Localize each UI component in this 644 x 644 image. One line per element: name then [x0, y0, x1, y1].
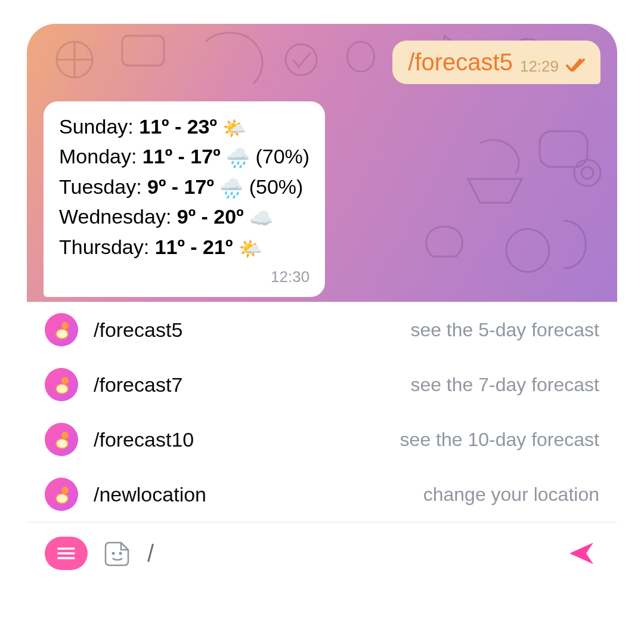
forecast-range: 11º - 23º: [139, 115, 217, 138]
forecast-range: 9º - 20º: [177, 205, 244, 228]
command-item[interactable]: /forecast10see the 10-day forecast: [27, 412, 617, 467]
svg-point-2: [286, 44, 317, 75]
forecast-day: Thursday:: [59, 236, 155, 258]
svg-point-10: [61, 377, 69, 384]
forecast-extra: (70%): [250, 145, 309, 168]
forecast-range: 9º - 17º: [147, 175, 214, 198]
bot-avatar-icon: [45, 313, 78, 346]
weather-icon: 🌤️: [239, 238, 262, 259]
weather-icon: 🌧️: [219, 178, 243, 199]
incoming-message[interactable]: Sunday: 11º - 23º 🌤️Monday: 11º - 17º 🌧️…: [44, 101, 325, 297]
command-name: /newlocation: [94, 483, 243, 506]
svg-rect-1: [122, 36, 164, 66]
svg-point-7: [574, 160, 600, 186]
command-description: change your location: [423, 484, 599, 506]
compose-input[interactable]: /: [147, 540, 549, 567]
read-ticks-icon: [566, 57, 587, 74]
svg-point-17: [119, 552, 122, 555]
command-item[interactable]: /newlocationchange your location: [27, 467, 617, 522]
forecast-row: Thursday: 11º - 21º 🌤️: [59, 233, 309, 262]
command-name: /forecast10: [94, 428, 243, 451]
compose-bar: /: [27, 522, 617, 588]
outgoing-message-text: /forecast5: [408, 49, 513, 76]
command-suggestions: /forecast5see the 5-day forecast/forecas…: [27, 302, 617, 522]
weather-icon: ☁️: [249, 208, 273, 229]
svg-point-12: [61, 487, 69, 494]
sticker-button[interactable]: [102, 538, 133, 569]
bot-avatar-icon: [45, 368, 78, 401]
forecast-row: Sunday: 11º - 23º 🌤️: [59, 112, 309, 142]
svg-point-16: [112, 552, 115, 555]
send-button[interactable]: [564, 535, 599, 571]
svg-point-6: [506, 229, 549, 272]
weather-icon: 🌤️: [222, 117, 246, 139]
forecast-range: 11º - 17º: [143, 145, 221, 168]
command-item[interactable]: /forecast5see the 5-day forecast: [27, 302, 617, 357]
forecast-day: Tuesday:: [59, 175, 147, 198]
forecast-row: Wednesday: 9º - 20º ☁️: [59, 202, 309, 232]
bot-avatar-icon: [45, 478, 78, 511]
forecast-day: Monday:: [59, 145, 143, 168]
forecast-row: Monday: 11º - 17º 🌧️ (70%): [59, 142, 309, 172]
command-name: /forecast5: [94, 318, 243, 342]
chat-background: /forecast5 12:29 Sunday: 11º - 23º 🌤️Mon…: [27, 24, 617, 302]
command-description: see the 7-day forecast: [410, 374, 599, 396]
command-item[interactable]: /forecast7see the 7-day forecast: [27, 357, 617, 412]
command-description: see the 5-day forecast: [410, 319, 599, 341]
forecast-extra: (50%): [243, 175, 303, 198]
forecast-day: Wednesday:: [59, 205, 177, 228]
incoming-message-time: 12:30: [271, 266, 309, 289]
forecast-row: Tuesday: 9º - 17º 🌧️ (50%): [59, 172, 309, 202]
chat-window: /forecast5 12:29 Sunday: 11º - 23º 🌤️Mon…: [27, 24, 617, 614]
forecast-range: 11º - 21º: [155, 236, 233, 258]
command-description: see the 10-day forecast: [400, 429, 599, 451]
weather-icon: 🌧️: [226, 147, 250, 169]
commands-menu-button[interactable]: [45, 537, 88, 570]
svg-point-8: [581, 167, 593, 179]
svg-point-11: [61, 432, 69, 439]
bot-avatar-icon: [45, 423, 78, 456]
svg-point-9: [61, 322, 69, 329]
outgoing-message-time: 12:29: [520, 57, 559, 76]
command-name: /forecast7: [94, 373, 243, 397]
outgoing-message[interactable]: /forecast5 12:29: [392, 41, 600, 84]
forecast-day: Sunday:: [59, 115, 139, 138]
